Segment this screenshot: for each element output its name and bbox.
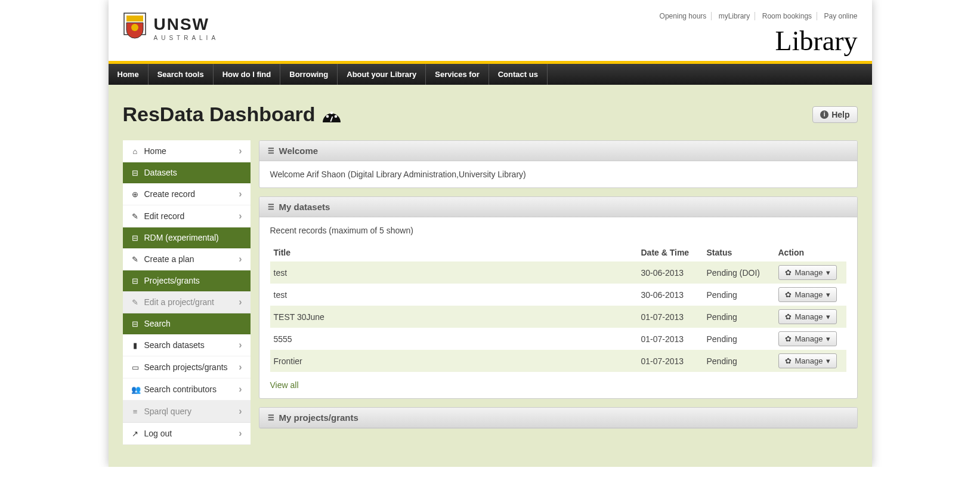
manage-label: Manage [795,356,823,365]
sidebar-label: Log out [144,429,172,438]
cell-action: ✿ Manage ▾ [775,306,846,328]
chevron-right-icon: › [239,211,242,221]
nav-borrowing[interactable]: Borrowing [280,64,338,85]
site-logo[interactable]: UNSW AUSTRALIA [123,12,220,45]
search-icon: ⊟ [131,319,140,328]
manage-button[interactable]: ✿ Manage ▾ [778,331,837,346]
manage-label: Manage [795,312,823,321]
col-status: Status [703,244,775,261]
table-row: test30-06-2013Pending (DOI)✿ Manage ▾ [270,261,846,284]
home-icon: ⌂ [131,147,140,156]
rdm-experimental--icon: ⊟ [131,233,140,242]
log-out-icon: ↗ [131,429,140,438]
chevron-right-icon: › [239,254,242,264]
cell-action: ✿ Manage ▾ [775,350,846,372]
sidebar-label: Create a plan [144,254,194,264]
create-record-icon: ⊕ [131,190,140,199]
view-all-link[interactable]: View all [270,380,299,390]
sidebar-item-sparql-query: ≡Sparql query› [123,401,251,423]
svg-point-5 [334,115,337,118]
manage-button[interactable]: ✿ Manage ▾ [778,265,837,280]
col-date: Date & Time [638,244,703,261]
create-a-plan-icon: ✎ [131,255,140,264]
cell-status: Pending (DOI) [703,261,775,284]
nav-about-your-library[interactable]: About your Library [338,64,426,85]
cell-title: test [270,261,638,284]
cell-date: 01-07-2013 [638,306,703,328]
sidebar-item-search-contributors[interactable]: 👥Search contributors› [123,378,251,401]
welcome-heading: Welcome [279,146,319,156]
page-title-text: ResData Dashboard [123,103,316,126]
link-room-bookings[interactable]: Room bookings [758,12,817,20]
gear-icon: ✿ [785,290,792,299]
projects-grants-icon: ⊟ [131,276,140,285]
cell-date: 30-06-2013 [638,261,703,284]
chevron-right-icon: › [239,189,242,199]
nav-how-do-i-find[interactable]: How do I find [214,64,281,85]
manage-button[interactable]: ✿ Manage ▾ [778,353,837,368]
link-opening-hours[interactable]: Opening hours [655,12,712,20]
nav-home[interactable]: Home [109,64,149,85]
sidebar-section-projects-grants[interactable]: ⊟Projects/grants [123,270,251,291]
caret-down-icon: ▾ [826,290,830,299]
manage-button[interactable]: ✿ Manage ▾ [778,287,837,302]
cell-status: Pending [703,284,775,306]
cell-action: ✿ Manage ▾ [775,261,846,284]
left-sidebar: ⌂Home›⊟Datasets⊕Create record›✎Edit reco… [123,140,251,445]
my-datasets-panel: ☰ My datasets Recent records (maximum of… [259,196,858,399]
logo-australia-text: AUSTRALIA [154,35,220,41]
help-button[interactable]: i Help [812,106,857,123]
edit-record-icon: ✎ [131,212,140,221]
chevron-right-icon: › [239,428,242,439]
table-row: 555501-07-2013Pending✿ Manage ▾ [270,328,846,350]
sidebar-section-datasets[interactable]: ⊟Datasets [123,162,251,183]
sidebar-section-search[interactable]: ⊟Search [123,313,251,334]
cell-status: Pending [703,350,775,372]
sidebar-item-create-a-plan[interactable]: ✎Create a plan› [123,248,251,270]
sidebar-label: Create record [144,189,196,199]
link-pay-online[interactable]: Pay online [819,12,857,20]
table-row: test30-06-2013Pending✿ Manage ▾ [270,284,846,306]
welcome-panel: ☰ Welcome Welcome Arif Shaon (Digital Li… [259,140,858,188]
cell-status: Pending [703,328,775,350]
cell-status: Pending [703,306,775,328]
sidebar-label: RDM (experimental) [144,233,219,242]
sidebar-label: Search datasets [144,340,205,350]
sidebar-item-edit-record[interactable]: ✎Edit record› [123,205,251,227]
datasets-icon: ⊟ [131,168,140,177]
sidebar-item-search-datasets[interactable]: ▮Search datasets› [123,334,251,356]
cell-date: 30-06-2013 [638,284,703,306]
link-mylibrary[interactable]: myLibrary [714,12,756,20]
cell-title[interactable]: TEST 30June [270,306,638,328]
welcome-text: Welcome Arif Shaon (Digital Library Admi… [270,170,526,179]
sparql-query-icon: ≡ [131,407,140,416]
cell-date: 01-07-2013 [638,328,703,350]
help-label: Help [831,110,849,119]
sidebar-label: Datasets [144,168,177,177]
primary-nav: Home Search tools How do I find Borrowin… [109,64,872,85]
svg-point-4 [330,111,333,114]
manage-button[interactable]: ✿ Manage ▾ [778,309,837,324]
caret-down-icon: ▾ [826,356,830,365]
nav-services-for[interactable]: Services for [426,64,489,85]
sidebar-label: Home [144,146,166,156]
my-projects-heading: My projects/grants [279,413,358,423]
nav-contact-us[interactable]: Contact us [489,64,548,85]
sidebar-label: Sparql query [144,407,191,416]
manage-label: Manage [795,290,823,299]
sidebar-item-home[interactable]: ⌂Home› [123,140,251,162]
top-utility-links: Opening hours myLibrary Room bookings Pa… [655,12,858,20]
sidebar-section-rdm-experimental-[interactable]: ⊟RDM (experimental) [123,227,251,248]
sidebar-item-log-out[interactable]: ↗Log out› [123,423,251,445]
svg-point-2 [131,24,138,31]
caret-down-icon: ▾ [826,312,830,321]
hamburger-icon: ☰ [268,414,274,422]
sidebar-item-search-projects-grants[interactable]: ▭Search projects/grants› [123,356,251,378]
nav-search-tools[interactable]: Search tools [149,64,214,85]
manage-label: Manage [795,268,823,277]
chevron-right-icon: › [239,406,242,417]
hamburger-icon: ☰ [268,203,274,211]
search-datasets-icon: ▮ [131,341,140,350]
sidebar-item-create-record[interactable]: ⊕Create record› [123,183,251,205]
sidebar-label: Edit a project/grant [144,297,215,307]
